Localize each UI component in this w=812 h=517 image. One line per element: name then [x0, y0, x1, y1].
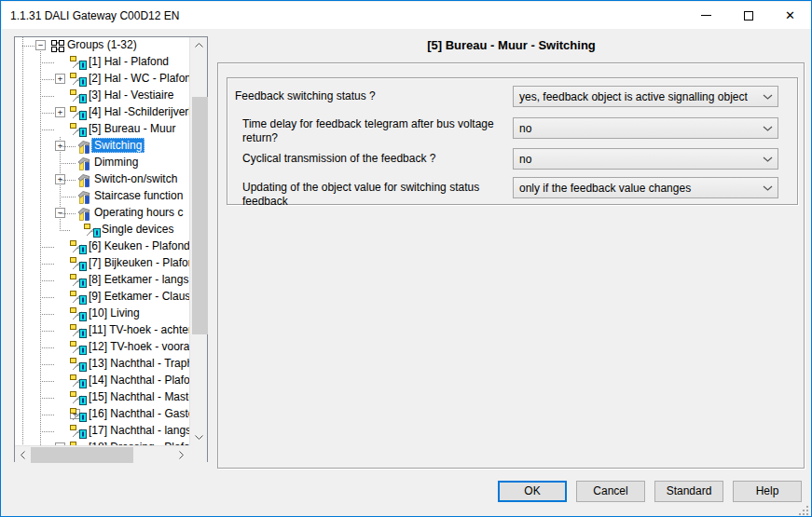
dropdown-selected-value: no [514, 122, 757, 135]
tree-item[interactable]: +[11] TV-hoek - achter [15, 322, 191, 339]
tree-item[interactable]: +[2] Hal - WC - Plafon [15, 71, 191, 88]
ok-button[interactable]: OK [498, 481, 567, 502]
tree-item[interactable]: Switching [15, 138, 191, 155]
close-icon: ✕ [785, 9, 795, 21]
tree-item-label[interactable]: [6] Keuken - Plafond [86, 238, 191, 253]
tree-item-label[interactable]: [9] Eetkamer - Claust [86, 289, 191, 304]
tree-item-label[interactable]: [7] Bijkeuken - Plafon [86, 255, 191, 270]
close-button[interactable]: ✕ [769, 2, 811, 29]
horizontal-scroll-thumb[interactable] [31, 447, 133, 463]
parameter-label: Time delay for feedback telegram after b… [242, 117, 515, 145]
parameter-dropdown[interactable]: no [513, 117, 778, 139]
dropdown-selected-value: no [514, 153, 757, 166]
minimize-icon [701, 15, 711, 16]
help-button[interactable]: Help [733, 481, 802, 502]
tree-item[interactable]: +Single devices [15, 222, 191, 238]
tree-item[interactable]: +[9] Eetkamer - Claust [15, 289, 191, 306]
tree-item-label[interactable]: Switch-on/switch [91, 171, 180, 186]
tree-item-label[interactable]: [4] Hal -Schilderijverl [86, 104, 191, 119]
tree-item-label[interactable]: Dimming [91, 155, 141, 170]
dropdown-selected-value: yes, feedback object is active signallin… [514, 90, 757, 103]
chevron-down-icon[interactable] [757, 126, 778, 131]
tree-item-label[interactable]: [5] Bureau - Muur [86, 121, 178, 136]
tree-item-label[interactable]: [17] Nachthal - langs [86, 423, 191, 438]
tree-item-label[interactable]: [15] Nachthal - Maste [86, 389, 191, 404]
parameter-label: Feedback switching status ? [235, 89, 507, 103]
chevron-down-icon[interactable] [757, 94, 778, 100]
scrollbar-corner [189, 445, 207, 462]
tree-item[interactable]: +[3] Hal - Vestiaire [15, 88, 191, 104]
maximize-icon [744, 11, 753, 20]
parameter-group-box: Feedback switching status ?yes, feedback… [227, 77, 798, 205]
tree-item-label[interactable]: [2] Hal - WC - Plafon [86, 71, 191, 86]
tree-item[interactable]: +[6] Keuken - Plafond [15, 238, 191, 255]
chevron-down-icon[interactable] [757, 156, 778, 162]
maximize-button[interactable] [727, 2, 769, 29]
parameter-dropdown[interactable]: only if the feedback value changes [513, 177, 778, 198]
tree-item[interactable]: +[15] Nachthal - Maste [15, 389, 191, 406]
scroll-left-icon[interactable] [15, 447, 31, 463]
scroll-right-icon[interactable] [173, 447, 189, 463]
tree-item[interactable]: +[8] Eetkamer - langs V [15, 272, 191, 289]
tree-item-label[interactable]: [14] Nachthal - Plafon [86, 373, 191, 388]
scroll-down-icon[interactable] [191, 429, 207, 445]
title-bar: 1.1.31 DALI Gateway C00D12 EN ✕ [2, 2, 811, 29]
tree-item[interactable]: +[4] Hal -Schilderijverl [15, 104, 191, 121]
tree-panel: −Groups (1-32)+[1] Hal - Plafond+[2] Hal… [14, 36, 208, 462]
tree-item[interactable]: −Groups (1-32) [15, 37, 191, 54]
standard-button[interactable]: Standard [654, 481, 723, 502]
tree-item-label[interactable]: [8] Eetkamer - langs V [86, 272, 191, 287]
tree-item-label[interactable]: Staircase function [91, 188, 186, 203]
tree-horizontal-scrollbar[interactable] [15, 445, 189, 462]
scroll-up-icon[interactable] [191, 37, 207, 53]
tree-item[interactable]: +[13] Nachthal - Traph [15, 356, 191, 373]
tree-item-label[interactable]: [12] TV-hoek - vooraa [86, 339, 191, 354]
tree-item-label[interactable]: [10] Living [86, 306, 143, 320]
tree-item-label[interactable]: Single devices [99, 222, 176, 237]
tree-item[interactable]: Dimming [15, 155, 191, 171]
tree-item[interactable]: +[16] Nachthal - Gaste [15, 406, 191, 423]
tree-item-label[interactable]: [1] Hal - Plafond [86, 54, 172, 69]
vertical-scroll-thumb[interactable] [192, 97, 208, 334]
tree-item[interactable]: +[1] Hal - Plafond [15, 54, 191, 71]
parameter-dropdown[interactable]: yes, feedback object is active signallin… [513, 86, 778, 107]
tree-item-label[interactable]: [16] Nachthal - Gaste [86, 406, 191, 421]
tree-item[interactable]: +[12] TV-hoek - vooraa [15, 339, 191, 356]
chevron-down-icon[interactable] [757, 185, 778, 191]
tree-view: −Groups (1-32)+[1] Hal - Plafond+[2] Hal… [15, 37, 191, 445]
collapse-icon[interactable]: − [35, 40, 46, 50]
tree-item[interactable]: Staircase function [15, 188, 191, 205]
window-title: 1.1.31 DALI Gateway C00D12 EN [10, 9, 179, 22]
tree-vertical-scrollbar[interactable] [189, 37, 207, 445]
page-title: [5] Bureau - Muur - Switching [218, 38, 805, 57]
minimize-button[interactable] [685, 2, 727, 29]
tree-item[interactable]: +[10] Living [15, 306, 191, 322]
tree-item[interactable]: +[7] Bijkeuken - Plafon [15, 255, 191, 272]
dropdown-selected-value: only if the feedback value changes [514, 182, 757, 195]
dialog-window: 1.1.31 DALI Gateway C00D12 EN ✕ −Groups … [0, 0, 812, 517]
window-controls: ✕ [685, 2, 811, 29]
tree-item-label[interactable]: Switching [91, 138, 145, 153]
parameter-dropdown[interactable]: no [513, 148, 778, 170]
tree-item[interactable]: Operating hours c [15, 205, 191, 222]
tree-item[interactable]: Switch-on/switch [15, 171, 191, 188]
tree-item-label[interactable]: Operating hours c [91, 205, 186, 220]
tree-item[interactable]: −[5] Bureau - Muur [15, 121, 191, 138]
cancel-button[interactable]: Cancel [576, 481, 645, 502]
tree-item-label[interactable]: [13] Nachthal - Traph [86, 356, 191, 371]
tree-item[interactable]: +[14] Nachthal - Plafon [15, 373, 191, 389]
parameter-label: Cyclical transmission of the feedback ? [242, 152, 515, 166]
tree-item-label[interactable]: [3] Hal - Vestiaire [86, 88, 176, 102]
tree-item[interactable]: +[17] Nachthal - langs [15, 423, 191, 440]
resize-grip-icon[interactable] [799, 506, 808, 515]
tree-item-label[interactable]: Groups (1-32) [64, 37, 140, 52]
parameter-label: Updating of the object value for switchi… [242, 181, 515, 209]
tree-item-label[interactable]: [11] TV-hoek - achter [86, 322, 191, 337]
